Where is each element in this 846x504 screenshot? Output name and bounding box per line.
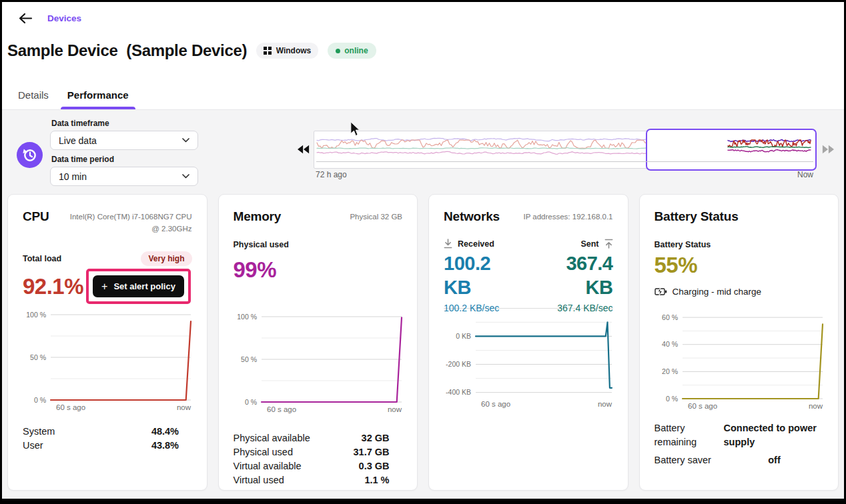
svg-text:-400 KB: -400 KB — [446, 388, 471, 396]
data-timeframe-select[interactable]: Live data — [50, 131, 198, 150]
tab-details[interactable]: Details — [15, 83, 51, 109]
sent-rate: 367.4 KB/sec — [557, 303, 612, 313]
svg-text:now: now — [598, 400, 612, 408]
status-badge: online — [328, 43, 376, 59]
os-badge: Windows — [256, 43, 318, 59]
timeline-end-label: Now — [797, 170, 813, 179]
plus-icon: + — [101, 283, 107, 290]
cpu-model: Intel(R) Core(TM) i7-1068NG7 CPU @ 2.30G… — [65, 209, 192, 235]
topbar: Devices — [2, 2, 844, 26]
back-arrow-icon — [18, 13, 33, 24]
timeline-selected-chart — [727, 135, 812, 163]
data-time-period-label: Data time period — [51, 155, 198, 164]
stat-value: off — [724, 453, 825, 468]
tab-performance[interactable]: Performance — [65, 83, 131, 109]
stat-row-user: User 43.8% — [23, 439, 179, 453]
battery-card: Battery Status Battery Status 55% Chargi… — [639, 194, 839, 491]
received-block: Received 100.2 KB — [444, 239, 518, 300]
svg-text:0 %: 0 % — [665, 395, 677, 403]
svg-text:50 %: 50 % — [30, 353, 46, 361]
data-time-period-select[interactable]: 10 min — [50, 167, 198, 186]
set-alert-policy-button[interactable]: + Set alert policy — [93, 275, 184, 297]
svg-text:now: now — [177, 403, 191, 411]
stat-row-battery-remaining: Battery remaining Connected to power sup… — [655, 419, 825, 452]
stat-row: Virtual used 1.1 % — [234, 473, 390, 487]
data-timeframe-value: Live data — [59, 135, 97, 146]
cpu-load-value: 92.1% — [23, 274, 83, 299]
svg-text:50 %: 50 % — [241, 355, 257, 363]
sent-value: 367.4 KB — [538, 251, 613, 300]
stat-row: Physical available 32 GB — [234, 431, 390, 445]
data-timeframe-label: Data timeframe — [51, 119, 198, 128]
svg-text:60 %: 60 % — [662, 313, 678, 321]
tab-bar: Details Performance — [2, 83, 844, 109]
stat-row-battery-saver: Battery saver off — [655, 452, 825, 470]
timeline-selection-handle[interactable] — [646, 129, 817, 171]
breadcrumb-devices[interactable]: Devices — [47, 13, 81, 23]
cpu-card: CPU Intel(R) Core(TM) i7-1068NG7 CPU @ 2… — [7, 194, 207, 491]
stat-label: Virtual used — [234, 475, 336, 485]
screenshot-frame: Devices Sample Device (Sample Device) Wi… — [0, 0, 846, 504]
battery-stats: Battery remaining Connected to power sup… — [655, 419, 824, 469]
svg-text:now: now — [387, 405, 402, 413]
stat-row-system: System 48.4% — [23, 425, 179, 439]
received-value: 100.2 KB — [444, 251, 518, 300]
timeline-start-label: 72 h ago — [316, 170, 347, 179]
svg-text:-200 KB: -200 KB — [446, 360, 471, 368]
battery-charging-icon — [655, 287, 667, 296]
battery-card-title: Battery Status — [655, 209, 739, 224]
charging-row: Charging - mid charge — [655, 287, 824, 297]
timeline-strip[interactable] — [314, 131, 816, 169]
svg-text:0 KB: 0 KB — [456, 331, 471, 339]
page-title: Sample Device (Sample Device) — [7, 41, 247, 60]
mouse-cursor — [350, 122, 361, 139]
device-page: Devices Sample Device (Sample Device) Wi… — [2, 2, 844, 499]
performance-content: Data timeframe Live data Data time perio… — [2, 109, 844, 499]
svg-text:100 %: 100 % — [237, 313, 257, 321]
svg-text:0 %: 0 % — [34, 395, 46, 403]
windows-logo-icon — [264, 47, 272, 55]
cpu-level-badge: Very high — [141, 251, 191, 266]
stat-value: Connected to power supply — [724, 421, 825, 451]
online-dot-icon — [336, 49, 340, 53]
stat-row: Virtual available 0.3 GB — [234, 459, 390, 473]
stat-value: 32 GB — [336, 433, 390, 443]
back-button[interactable] — [18, 12, 34, 24]
svg-text:100 %: 100 % — [26, 311, 46, 319]
timeframe-selectors: Data timeframe Live data Data time perio… — [50, 117, 198, 186]
network-chart: 0 KB-200 KB-400 KB60 s agonow — [444, 315, 613, 409]
rewind-button[interactable] — [298, 145, 310, 157]
stat-value: 31.7 GB — [336, 447, 390, 457]
download-icon — [444, 239, 452, 249]
forward-button[interactable] — [822, 145, 834, 157]
stat-value: 48.4% — [125, 426, 179, 437]
memory-stats: Physical available 32 GB Physical used 3… — [234, 431, 403, 487]
received-label: Received — [458, 239, 494, 249]
timeframe-band: Data timeframe Live data Data time perio… — [2, 110, 844, 191]
cpu-chart: 100 %50 %0 %60 s agonow — [23, 311, 192, 413]
performance-cards: CPU Intel(R) Core(TM) i7-1068NG7 CPU @ 2… — [2, 191, 844, 491]
memory-card-title: Memory — [234, 209, 282, 224]
svg-text:now: now — [808, 402, 823, 410]
stat-label: Battery remaining — [655, 421, 724, 451]
os-badge-label: Windows — [276, 46, 312, 55]
sent-label: Sent — [580, 239, 598, 249]
memory-used-value: 99% — [234, 257, 277, 283]
upload-icon — [604, 239, 613, 249]
chevron-down-icon — [182, 174, 189, 179]
stat-row: Physical used 31.7 GB — [234, 445, 390, 459]
stat-value: 0.3 GB — [336, 461, 390, 471]
sent-block: Sent 367.4 KB — [538, 239, 613, 300]
stat-label: Physical available — [234, 433, 336, 443]
cpu-stats: System 48.4% User 43.8% — [23, 425, 192, 453]
stat-value: 43.8% — [125, 440, 179, 451]
svg-text:0 %: 0 % — [244, 398, 256, 406]
memory-card: Memory Physical 32 GB Physical used 99% … — [218, 194, 418, 491]
data-time-period-value: 10 min — [59, 171, 87, 182]
memory-physical-total: Physical 32 GB — [350, 209, 402, 223]
set-alert-policy-label: Set alert policy — [113, 281, 175, 291]
svg-text:60 s ago: 60 s ago — [688, 402, 717, 410]
memory-chart: 100 %50 %0 %60 s agonow — [234, 313, 403, 415]
stat-label: Battery saver — [655, 453, 724, 468]
charging-status: Charging - mid charge — [673, 287, 762, 297]
